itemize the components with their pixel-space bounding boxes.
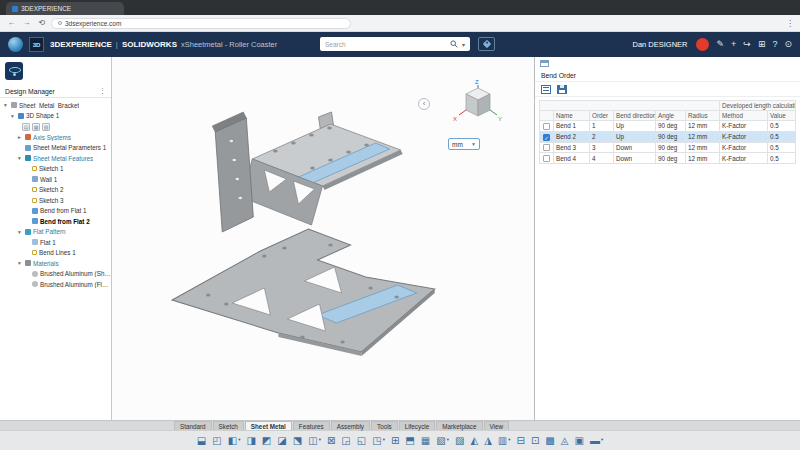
- tag-button[interactable]: [478, 37, 495, 51]
- tab-sketch[interactable]: Sketch: [213, 421, 244, 430]
- bend-row-bend-3[interactable]: Bend 33Down90 deg12 mmK-Factor0.5: [540, 142, 796, 153]
- tab-assembly[interactable]: Assembly: [331, 421, 370, 430]
- bend-row-bend-4[interactable]: Bend 44Down90 deg12 mmK-Factor0.5: [540, 153, 796, 164]
- tab-and-slot-icon[interactable]: ▩: [545, 436, 554, 446]
- refresh-icon[interactable]: ⟲: [36, 19, 47, 27]
- cross-break-icon[interactable]: ⊠: [327, 436, 335, 446]
- col-radius[interactable]: Radius: [686, 111, 720, 121]
- hem-icon[interactable]: ◪: [277, 436, 286, 446]
- tab-marketplace[interactable]: Marketplace: [436, 421, 482, 430]
- bend-checkbox[interactable]: [543, 155, 550, 162]
- view-cube[interactable]: Z X Y: [452, 77, 504, 123]
- tab-tools[interactable]: Tools: [371, 421, 398, 430]
- app-launcher-icon[interactable]: [5, 62, 23, 80]
- col-method[interactable]: Method: [720, 111, 768, 121]
- 3ds-compass-logo[interactable]: [8, 37, 23, 52]
- bend-row-bend-2[interactable]: ✓Bend 22Up90 deg12 mmK-Factor0.5: [540, 131, 796, 142]
- lofted-bend-icon[interactable]: ◧▾: [228, 436, 241, 446]
- col-angle[interactable]: Angle: [656, 111, 686, 121]
- tab-sheet-metal[interactable]: Sheet Metal: [245, 421, 292, 430]
- tree-item-brushed-aluminum-flat-p[interactable]: Brushed Aluminum (Flat P: [0, 279, 111, 290]
- tree-item-materials[interactable]: ▾Materials: [0, 258, 111, 269]
- search-scope-chevron-icon[interactable]: ▾: [462, 41, 465, 48]
- tree-item-axis-systems[interactable]: ▸Axis Systems: [0, 132, 111, 143]
- fold-icon[interactable]: ◮: [484, 436, 492, 446]
- tree-item-sketch-3[interactable]: Sketch 3: [0, 195, 111, 206]
- url-field[interactable]: 3dsexperience.com: [51, 18, 351, 29]
- panel-menu-icon[interactable]: ⋮: [99, 87, 106, 95]
- convert-to-sheet-metal-icon[interactable]: ◰: [212, 436, 221, 446]
- base-flange-icon[interactable]: ⬓: [197, 436, 206, 446]
- tree-item-sheet-metal-features[interactable]: ▾Sheet Metal Features: [0, 153, 111, 164]
- bend-checkbox[interactable]: ✓: [543, 134, 550, 141]
- tree-item-sheet-metal-bracket[interactable]: ▾Sheet_Metal_Bracket: [0, 100, 111, 111]
- sheet-metal-properties-icon[interactable]: ▣: [574, 436, 583, 446]
- bend-checkbox[interactable]: [543, 123, 550, 130]
- panel-window-icon[interactable]: [540, 60, 549, 67]
- save-icon[interactable]: [557, 85, 567, 94]
- bend-checkbox[interactable]: [543, 144, 550, 151]
- corner-relief-icon[interactable]: ◲: [341, 436, 350, 446]
- gusset-icon[interactable]: ◬: [561, 436, 569, 446]
- break-corner-icon[interactable]: ⊞: [391, 436, 399, 446]
- simple-hole-icon[interactable]: ▧▾: [436, 436, 449, 446]
- units-dropdown[interactable]: mm ▼: [448, 138, 480, 150]
- closed-corner-icon[interactable]: ◱: [357, 436, 366, 446]
- bend-row-bend-1[interactable]: Bend 11Up90 deg12 mmK-Factor0.5: [540, 121, 796, 132]
- tree-item-bend-lines-1[interactable]: Bend Lines 1: [0, 248, 111, 259]
- col-order[interactable]: Order: [590, 111, 614, 121]
- vent-icon[interactable]: ▨: [455, 436, 464, 446]
- expander-icon[interactable]: ▾: [9, 113, 16, 119]
- share-icon[interactable]: ↪: [743, 40, 751, 49]
- expander-icon[interactable]: ▾: [16, 155, 23, 161]
- forward-icon[interactable]: →: [21, 19, 32, 27]
- browser-tab[interactable]: 3DEXPERIENCE: [6, 2, 124, 15]
- col-bend-direction[interactable]: Bend direction: [614, 111, 656, 121]
- tree-item-flat-1[interactable]: Flat 1: [0, 237, 111, 248]
- tree-item-sketch-2[interactable]: Sketch 2: [0, 185, 111, 196]
- apps-grid-icon[interactable]: ⊞: [758, 40, 766, 49]
- user-name[interactable]: Dan DESIGNER: [633, 40, 688, 49]
- tab-view[interactable]: View: [484, 421, 510, 430]
- shape-view-toggle-1-icon[interactable]: ▤: [22, 123, 30, 131]
- tree-item-sketch-1[interactable]: Sketch 1: [0, 164, 111, 175]
- edit-icon[interactable]: ✎: [717, 40, 725, 49]
- tree-item-bend-from-flat-1[interactable]: Bend from Flat 1: [0, 206, 111, 217]
- panel-collapse-button[interactable]: ‹: [418, 98, 430, 110]
- notifications-badge[interactable]: [696, 38, 709, 51]
- tree-item-sheet-metal-parameters-1[interactable]: Sheet Metal Parameters 1: [0, 143, 111, 154]
- col-value[interactable]: Value: [768, 111, 796, 121]
- help-icon[interactable]: ?: [772, 40, 777, 49]
- expander-icon[interactable]: ▾: [16, 229, 23, 235]
- rip-icon[interactable]: ⊟: [517, 436, 525, 446]
- back-icon[interactable]: ←: [6, 19, 17, 27]
- tree-item-brushed-aluminum-sheet[interactable]: Brushed Aluminum (Sheet: [0, 269, 111, 280]
- table-columns-icon[interactable]: [541, 85, 551, 94]
- tree-item-wall-1[interactable]: Wall 1: [0, 174, 111, 185]
- search-input[interactable]: Search ▾: [320, 37, 470, 51]
- shape-view-toggle-3-icon[interactable]: ▧: [42, 123, 50, 131]
- tree-item-flat-pattern[interactable]: ▾Flat Pattern: [0, 227, 111, 238]
- sketched-bend-icon[interactable]: ◫▾: [308, 436, 321, 446]
- unfold-icon[interactable]: ◭: [470, 436, 478, 446]
- col-name[interactable]: Name: [554, 111, 590, 121]
- power-icon[interactable]: ⊙: [784, 40, 792, 49]
- 3dexperience-cube-logo[interactable]: 3D: [29, 37, 44, 52]
- tree-item-bend-from-flat-2[interactable]: Bend from Flat 2: [0, 216, 111, 227]
- tree-item-3d-shape-1[interactable]: ▾3D Shape 1: [0, 111, 111, 122]
- swept-flange-icon[interactable]: ⊡: [531, 436, 539, 446]
- expander-icon[interactable]: ▾: [16, 260, 23, 266]
- forming-tool-icon[interactable]: ⬒: [405, 436, 414, 446]
- bend-table-icon[interactable]: ▬▾: [590, 436, 603, 446]
- jog-icon[interactable]: ⬔: [293, 436, 302, 446]
- miter-flange-icon[interactable]: ◩: [262, 436, 271, 446]
- expander-icon[interactable]: ▾: [2, 102, 9, 108]
- tab-standard[interactable]: Standard: [174, 421, 212, 430]
- browser-menu-icon[interactable]: ⋮: [786, 19, 794, 28]
- tab-lifecycle[interactable]: Lifecycle: [399, 421, 436, 430]
- site-info-icon[interactable]: [58, 21, 62, 25]
- flatten-icon[interactable]: ▥▾: [498, 436, 511, 446]
- 3d-viewport[interactable]: ‹ Z X Y mm ▼: [112, 57, 534, 420]
- edge-flange-icon[interactable]: ◨: [246, 436, 255, 446]
- shape-view-toggle-2-icon[interactable]: ▦: [32, 123, 40, 131]
